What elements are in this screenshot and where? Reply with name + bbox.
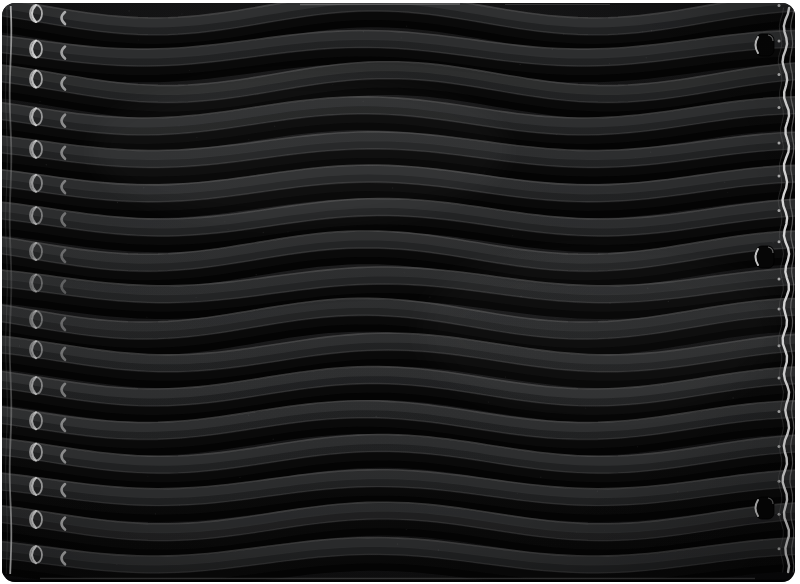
bottom-shade-overlay (2, 3, 795, 582)
product-photo-black-wave-tile (0, 0, 800, 584)
tile-photo-svg (0, 0, 800, 584)
